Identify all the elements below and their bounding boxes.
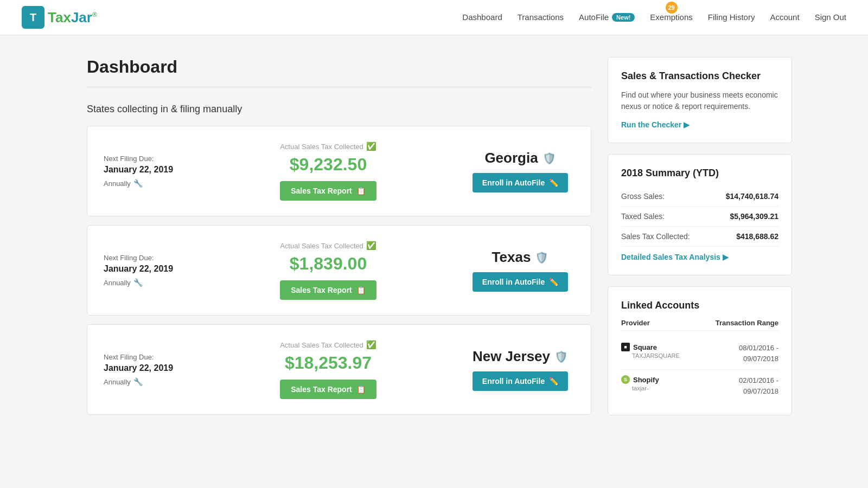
summary-title: 2018 Summary (YTD) xyxy=(621,168,778,179)
autofile-label: AutoFile xyxy=(579,12,609,22)
tax-collected-texas: Actual Sales Tax Collected ✅ $1,839.00 S… xyxy=(201,241,455,300)
new-badge: New! xyxy=(612,13,635,22)
nav-item-account[interactable]: Account xyxy=(770,12,799,22)
summary-gross-label: Gross Sales: xyxy=(621,192,665,201)
provider-info-square: ■ Square TAXJARSQUARE xyxy=(621,343,680,359)
logo[interactable]: T TaxJar® xyxy=(22,6,97,29)
state-info-texas: Texas 🛡️ Enroll in AutoFile ✏️ xyxy=(466,249,575,292)
filing-date-texas: January 22, 2019 xyxy=(104,264,190,274)
nav-item-signout[interactable]: Sign Out xyxy=(815,12,846,22)
state-name-new-jersey: New Jersey 🛡️ xyxy=(466,348,575,365)
enroll-btn-georgia[interactable]: Enroll in AutoFile ✏️ xyxy=(473,173,568,192)
filing-date-georgia: January 22, 2019 xyxy=(104,165,190,175)
content-area: Dashboard States collecting in & filing … xyxy=(87,57,591,426)
enroll-btn-new-jersey[interactable]: Enroll in AutoFile ✏️ xyxy=(473,371,568,391)
filing-label-texas: Next Filing Due: xyxy=(104,254,190,262)
square-icon: ■ xyxy=(621,343,630,351)
report-btn-texas[interactable]: Sales Tax Report 📋 xyxy=(280,280,376,300)
summary-row-taxed: Taxed Sales: $5,964,309.21 xyxy=(621,207,778,227)
filing-freq-texas: Annually 🔧 xyxy=(104,278,190,287)
linked-accounts-title: Linked Accounts xyxy=(621,300,778,311)
state-info-georgia: Georgia 🛡️ Enroll in AutoFile ✏️ xyxy=(466,150,575,192)
provider-sub-square: TAXJARSQUARE xyxy=(632,352,680,359)
main-container: Dashboard States collecting in & filing … xyxy=(54,35,814,448)
checker-desc: Find out where your business meets econo… xyxy=(621,89,778,112)
run-checker-link[interactable]: Run the Checker ▶ xyxy=(621,120,690,129)
linked-accounts-header: Provider Transaction Range xyxy=(621,319,778,331)
nav-link-transactions[interactable]: Transactions xyxy=(518,12,564,22)
section-title: States collecting in & filing manually xyxy=(87,104,591,115)
autofile-badge: AutoFile New! xyxy=(579,12,635,22)
state-info-new-jersey: New Jersey 🛡️ Enroll in AutoFile ✏️ xyxy=(466,348,575,391)
nav-links: Dashboard Transactions AutoFile New! 29 … xyxy=(462,12,846,22)
state-card-new-jersey: Next Filing Due: January 22, 2019 Annual… xyxy=(87,324,591,415)
nav-link-autofile[interactable]: AutoFile New! xyxy=(579,12,635,22)
page-title: Dashboard xyxy=(87,57,591,77)
enroll-btn-texas[interactable]: Enroll in AutoFile ✏️ xyxy=(473,272,568,292)
filing-freq-georgia: Annually 🔧 xyxy=(104,179,190,188)
summary-collected-label: Sales Tax Collected: xyxy=(621,232,690,241)
svg-text:T: T xyxy=(30,11,36,23)
nav-item-autofile[interactable]: AutoFile New! xyxy=(579,12,635,22)
summary-link-row: Detailed Sales Tax Analysis ▶ xyxy=(621,252,778,262)
filing-date-new-jersey: January 22, 2019 xyxy=(104,363,190,373)
linked-row-shopify: S Shopify taxjar- 02/01/2016 -09/07/2018 xyxy=(621,370,778,402)
sidebar: Sales & Transactions Checker Find out wh… xyxy=(608,57,792,426)
summary-taxed-value: $5,964,309.21 xyxy=(730,212,778,221)
summary-row-gross: Gross Sales: $14,740,618.74 xyxy=(621,187,778,207)
logo-reg: ® xyxy=(92,11,97,18)
check-circle-texas: ✅ xyxy=(366,241,376,251)
shopify-icon: S xyxy=(621,375,630,384)
state-shield-georgia: 🛡️ xyxy=(542,152,556,165)
linked-accounts-card: Linked Accounts Provider Transaction Ran… xyxy=(608,286,792,415)
tax-collected-georgia: Actual Sales Tax Collected ✅ $9,232.50 S… xyxy=(201,142,455,201)
count-bubble: 29 xyxy=(666,2,678,14)
nav-link-signout[interactable]: Sign Out xyxy=(815,12,846,22)
tax-amount-georgia: $9,232.50 xyxy=(201,155,455,175)
filing-label-georgia: Next Filing Due: xyxy=(104,155,190,163)
nav-link-filing-history[interactable]: Filing History xyxy=(708,12,755,22)
state-name-texas: Texas 🛡️ xyxy=(466,249,575,266)
filing-freq-new-jersey: Annually 🔧 xyxy=(104,377,190,386)
nav-item-dashboard[interactable]: Dashboard xyxy=(462,12,502,22)
summary-card: 2018 Summary (YTD) Gross Sales: $14,740,… xyxy=(608,154,792,275)
summary-collected-value: $418,688.62 xyxy=(736,232,778,241)
report-btn-new-jersey[interactable]: Sales Tax Report 📋 xyxy=(280,380,376,399)
state-shield-new-jersey: 🛡️ xyxy=(554,350,568,363)
state-card-texas: Next Filing Due: January 22, 2019 Annual… xyxy=(87,225,591,316)
nav-link-account[interactable]: Account xyxy=(770,12,799,22)
state-shield-texas: 🛡️ xyxy=(535,251,548,264)
header-provider: Provider xyxy=(621,319,650,327)
wrench-icon-texas: 🔧 xyxy=(133,278,143,287)
linked-row-square: ■ Square TAXJARSQUARE 08/01/2016 -09/07/… xyxy=(621,337,778,370)
nav-link-dashboard[interactable]: Dashboard xyxy=(462,12,502,22)
logo-icon: T xyxy=(22,6,44,29)
tax-amount-new-jersey: $18,253.97 xyxy=(201,353,455,373)
summary-gross-value: $14,740,618.74 xyxy=(726,192,778,201)
divider xyxy=(87,87,591,87)
checker-title: Sales & Transactions Checker xyxy=(621,70,778,82)
check-circle-new-jersey: ✅ xyxy=(366,340,376,350)
tax-collected-label-georgia: Actual Sales Tax Collected ✅ xyxy=(201,142,455,151)
check-circle-georgia: ✅ xyxy=(366,142,376,151)
wrench-icon-georgia: 🔧 xyxy=(133,179,143,188)
checker-card: Sales & Transactions Checker Find out wh… xyxy=(608,57,792,143)
detailed-analysis-link[interactable]: Detailed Sales Tax Analysis ▶ xyxy=(621,253,729,261)
tax-collected-new-jersey: Actual Sales Tax Collected ✅ $18,253.97 … xyxy=(201,340,455,399)
date-range-square: 08/01/2016 -09/07/2018 xyxy=(739,343,778,364)
exemptions-badge-count: 29 Exemptions xyxy=(650,12,692,22)
state-card-georgia: Next Filing Due: January 22, 2019 Annual… xyxy=(87,126,591,216)
date-range-shopify: 02/01/2016 -09/07/2018 xyxy=(739,375,778,396)
report-btn-georgia[interactable]: Sales Tax Report 📋 xyxy=(280,181,376,201)
summary-row-collected: Sales Tax Collected: $418,688.62 xyxy=(621,227,778,247)
nav-link-exemptions[interactable]: 29 Exemptions xyxy=(650,12,692,22)
exemptions-label: Exemptions xyxy=(650,12,692,22)
nav-item-filing-history[interactable]: Filing History xyxy=(708,12,755,22)
nav-item-transactions[interactable]: Transactions xyxy=(518,12,564,22)
provider-info-shopify: S Shopify taxjar- xyxy=(621,375,659,391)
provider-sub-shopify: taxjar- xyxy=(632,385,659,391)
state-name-georgia: Georgia 🛡️ xyxy=(466,150,575,166)
logo-text: TaxJar® xyxy=(48,9,97,26)
nav-item-exemptions[interactable]: 29 Exemptions xyxy=(650,12,692,22)
tax-collected-label-new-jersey: Actual Sales Tax Collected ✅ xyxy=(201,340,455,350)
